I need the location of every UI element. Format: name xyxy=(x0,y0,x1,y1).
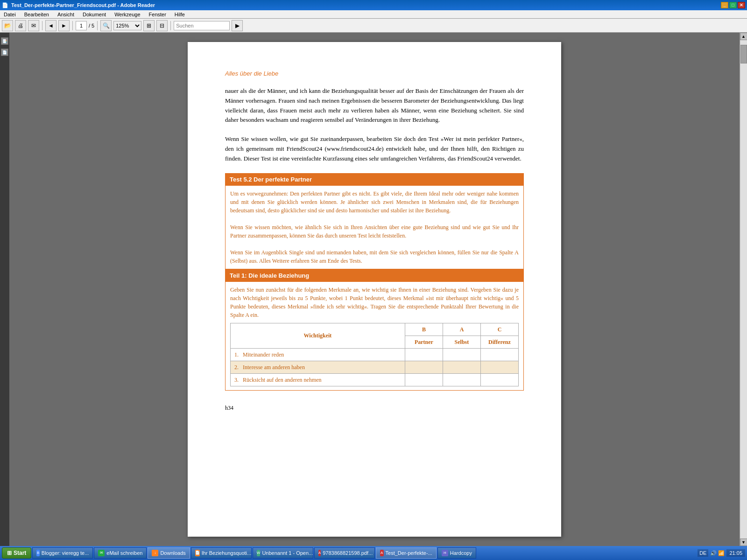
main-area: 📑 📄 Alles über die Liebe nauer als die d… xyxy=(0,33,747,546)
table-subheader-partner: Partner xyxy=(405,336,443,348)
taskbar: ⊞ Start B Blogger: vieregg te... ✉ eMail… xyxy=(0,546,747,560)
toolbar: 📂 🖨 ✉ ◄ ► / 5 🔍 125% 100% 75% 150% ⊞ ⊟ ▶ xyxy=(0,19,747,33)
separator-1 xyxy=(42,21,42,30)
minimize-button[interactable]: _ xyxy=(721,2,728,8)
tray-icons: 🔊 📶 xyxy=(710,550,725,556)
taskbar-item-hardcopy[interactable]: H Hardcopy xyxy=(437,547,476,559)
zoom-out-button[interactable]: 🔍 xyxy=(100,20,112,31)
teil-body-text: Geben Sie nun zunächst für die folgenden… xyxy=(230,287,519,318)
menu-bearbeiten[interactable]: Bearbeiten xyxy=(22,12,51,17)
title-bar-left: 📄 Test_Der-perfekte-Partner_Friendscout.… xyxy=(2,2,155,8)
menu-datei[interactable]: Datei xyxy=(2,12,18,17)
separator-2 xyxy=(72,21,73,30)
test-body-line-1: Um es vorwegzunehmen: Den perfekten Part… xyxy=(230,190,519,214)
test-body: Um es vorwegzunehmen: Den perfekten Part… xyxy=(225,186,524,269)
scroll-track xyxy=(740,40,747,539)
menu-hilfe[interactable]: Hilfe xyxy=(173,12,187,17)
table-row: 2. Interesse am anderen haben xyxy=(231,361,519,373)
row-2-c xyxy=(480,361,518,373)
table-subheader-differenz: Differenz xyxy=(480,336,518,348)
start-label: Start xyxy=(14,550,26,556)
system-clock: 21:05 xyxy=(726,549,745,557)
taskbar-blogger-label: Blogger: vieregg te... xyxy=(42,550,89,556)
close-button[interactable]: ✕ xyxy=(738,2,745,8)
row-1-c xyxy=(480,348,518,361)
open-button[interactable]: 📂 xyxy=(2,20,13,31)
tray-lang: DE xyxy=(698,549,708,557)
back-button[interactable]: ◄ xyxy=(45,20,56,31)
taskbar-item-beziehung[interactable]: 📄 Ihr Beziehungsquoti... xyxy=(191,547,252,559)
blogger-icon: B xyxy=(36,550,39,556)
beziehung-icon: 📄 xyxy=(195,550,200,556)
taskbar-item-downloads[interactable]: ↓ Downloads xyxy=(148,547,190,559)
pdf-viewer: Alles über die Liebe nauer als die der M… xyxy=(9,33,740,546)
openoffice-icon: W xyxy=(257,550,261,556)
bookmarks-icon[interactable]: 📑 xyxy=(1,37,8,45)
pages-icon[interactable]: 📄 xyxy=(1,49,8,56)
print-button[interactable]: 🖨 xyxy=(15,20,26,31)
menu-ansicht[interactable]: Ansicht xyxy=(56,12,76,17)
row-3-c xyxy=(480,373,518,386)
menu-dokument[interactable]: Dokument xyxy=(81,12,108,17)
window-title: Test_Der-perfekte-Partner_Friendscout.pd… xyxy=(11,2,155,8)
scroll-up-button[interactable]: ▲ xyxy=(740,33,747,40)
teil-header: Teil 1: Die ideale Beziehung xyxy=(225,269,524,282)
menu-fenster[interactable]: Fenster xyxy=(147,12,168,17)
fit-width-button[interactable]: ⊟ xyxy=(156,20,168,31)
menu-werkzeuge[interactable]: Werkzeuge xyxy=(113,12,142,17)
section-title: Alles über die Liebe xyxy=(225,70,524,77)
taskbar-hardcopy-label: Hardcopy xyxy=(450,550,472,556)
zoom-select[interactable]: 125% 100% 75% 150% xyxy=(113,21,141,30)
table-header-wichtigkeit: Wichtigkeit xyxy=(231,323,405,348)
scroll-down-button[interactable]: ▼ xyxy=(740,539,747,546)
taskbar-downloads-label: Downloads xyxy=(160,550,185,556)
table-subheader-selbst: Selbst xyxy=(443,336,480,348)
pdf2-icon: A xyxy=(380,550,384,556)
fit-page-button[interactable]: ⊞ xyxy=(143,20,155,31)
taskbar-item-blogger[interactable]: B Blogger: vieregg te... xyxy=(32,547,93,559)
start-button[interactable]: ⊞ Start xyxy=(2,547,31,559)
forward-button[interactable]: ► xyxy=(58,20,70,31)
table-header-c: C xyxy=(480,323,518,336)
row-2-b xyxy=(405,361,443,373)
row-1-b xyxy=(405,348,443,361)
start-icon: ⊞ xyxy=(7,550,12,556)
test-box: Test 5.2 Der perfekte Partner Um es vorw… xyxy=(225,173,524,391)
separator-3 xyxy=(97,21,98,30)
search-go-button[interactable]: ▶ xyxy=(232,20,243,31)
test-header: Test 5.2 Der perfekte Partner xyxy=(225,173,524,186)
pdf-page: Alles über die Liebe nauer als die der M… xyxy=(188,42,561,537)
taskbar-openoffice-label: Unbenannt 1 - Open... xyxy=(262,550,313,556)
taskbar-email-label: eMail schreiben xyxy=(106,550,142,556)
right-scrollbar[interactable]: ▲ ▼ xyxy=(740,33,747,546)
taskbar-item-openoffice[interactable]: W Unbenannt 1 - Open... xyxy=(253,547,313,559)
pdf1-icon: A xyxy=(318,550,321,556)
taskbar-item-email[interactable]: ✉ eMail schreiben xyxy=(94,547,147,559)
table-row: 1. Miteinander reden xyxy=(231,348,519,361)
paragraph-1: nauer als die der Männer, und ich kann d… xyxy=(225,86,524,125)
taskbar-pdf1-label: 9783868821598.pdf... xyxy=(323,550,373,556)
table-row: 3. Rücksicht auf den anderen nehmen xyxy=(231,373,519,386)
search-input[interactable] xyxy=(174,21,230,30)
scroll-thumb[interactable] xyxy=(740,45,747,63)
app-icon: 📄 xyxy=(2,2,8,8)
wichtigkeit-table: Wichtigkeit B A C Partner Selbst Differe… xyxy=(230,323,519,386)
taskbar-beziehung-label: Ihr Beziehungsquoti... xyxy=(202,550,251,556)
table-header-a: A xyxy=(443,323,480,336)
maximize-button[interactable]: □ xyxy=(729,2,737,8)
taskbar-item-pdf1[interactable]: A 9783868821598.pdf... xyxy=(314,547,375,559)
system-tray: DE 🔊 📶 21:05 xyxy=(698,549,745,557)
row-3-b xyxy=(405,373,443,386)
taskbar-item-pdf2[interactable]: A Test_Der-perfekte-... xyxy=(376,547,437,559)
row-3-a xyxy=(443,373,480,386)
row-2-label: 2. Interesse am anderen haben xyxy=(231,361,405,373)
row-1-a xyxy=(443,348,480,361)
row-2-a xyxy=(443,361,480,373)
page-number: h34 xyxy=(225,405,524,412)
email-button[interactable]: ✉ xyxy=(28,20,39,31)
row-1-label: 1. Miteinander reden xyxy=(231,348,405,361)
page-number-input[interactable] xyxy=(76,21,87,30)
window-controls: _ □ ✕ xyxy=(721,2,745,8)
menu-bar: Datei Bearbeiten Ansicht Dokument Werkze… xyxy=(0,10,747,19)
table-header-b: B xyxy=(405,323,443,336)
